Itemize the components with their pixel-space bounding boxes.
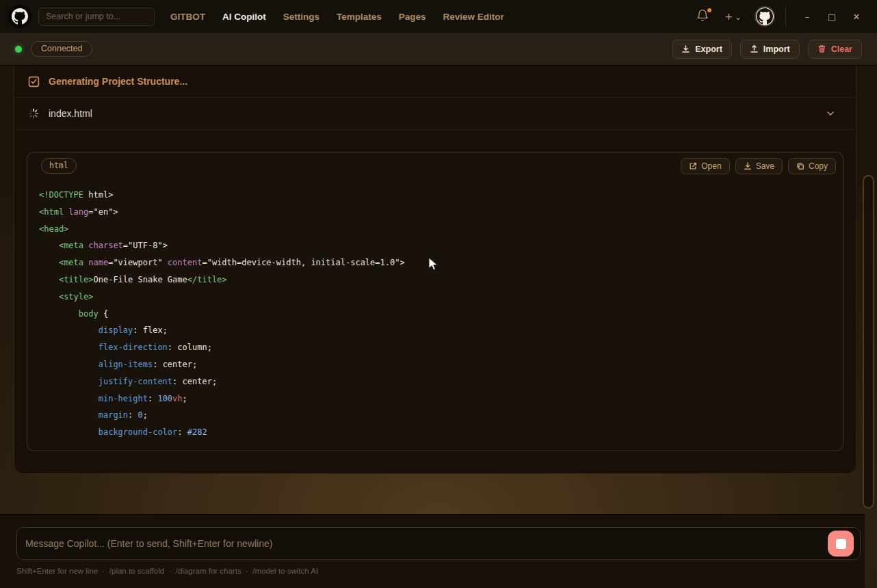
composer-bar: Shift+Enter for new line · /plan to scaf… bbox=[0, 514, 865, 588]
step-title: Generating Project Structure... bbox=[49, 76, 187, 87]
step-row[interactable]: Generating Project Structure... bbox=[14, 66, 856, 98]
create-new-button[interactable]: + ⌄ bbox=[725, 10, 742, 23]
code-card-header: html Open Save Copy bbox=[27, 152, 843, 180]
save-button-label: Save bbox=[756, 161, 774, 171]
code-line: <html lang="en"> bbox=[39, 204, 832, 221]
code-line: <title>One-File Snake Game</title> bbox=[39, 271, 832, 289]
copy-button-label: Copy bbox=[809, 161, 828, 171]
message-input[interactable] bbox=[16, 527, 861, 560]
window-minimize-button[interactable]: – bbox=[795, 5, 820, 28]
nav-item-review-editor[interactable]: Review Editor bbox=[443, 12, 504, 22]
open-button[interactable]: Open bbox=[681, 158, 729, 174]
toolbar-actions: Export Import Clear bbox=[672, 40, 862, 59]
save-button[interactable]: Save bbox=[735, 158, 783, 174]
trash-icon bbox=[817, 44, 826, 53]
plus-icon: + bbox=[725, 10, 733, 23]
copy-icon bbox=[796, 162, 804, 170]
file-row[interactable]: index.html bbox=[14, 98, 856, 130]
code-line: <meta name="viewport" content="width=dev… bbox=[39, 254, 832, 271]
window-close-button[interactable]: ✕ bbox=[844, 5, 869, 28]
clear-button-label: Clear bbox=[831, 44, 852, 54]
code-line: justify-content: center; bbox=[39, 373, 832, 390]
github-logo-icon[interactable] bbox=[8, 5, 31, 28]
header-divider bbox=[785, 7, 786, 26]
header-actions: + ⌄ – □ ✕ bbox=[696, 5, 869, 28]
import-button-label: Import bbox=[763, 44, 790, 54]
file-name: index.html bbox=[49, 108, 92, 119]
code-card: html Open Save Copy bbox=[27, 152, 843, 451]
code-line: margin: 0; bbox=[39, 407, 832, 424]
main-nav: GITBOTAI CopilotSettingsTemplatesPagesRe… bbox=[170, 12, 504, 22]
notifications-bell-icon[interactable] bbox=[696, 9, 711, 24]
nav-item-settings[interactable]: Settings bbox=[283, 12, 319, 22]
code-line: align-items: center; bbox=[39, 356, 832, 373]
open-button-label: Open bbox=[701, 161, 721, 171]
user-avatar[interactable] bbox=[755, 6, 775, 27]
notification-dot bbox=[707, 8, 711, 12]
copy-button[interactable]: Copy bbox=[788, 158, 836, 174]
code-line: min-height: 100vh; bbox=[39, 390, 832, 407]
shortcut-hints: Shift+Enter for new line · /plan to scaf… bbox=[16, 567, 865, 575]
window-maximize-button[interactable]: □ bbox=[820, 5, 844, 28]
download-icon bbox=[744, 162, 752, 170]
chat-panel: Generating Project Structure... index.ht… bbox=[14, 66, 856, 474]
spinner-icon bbox=[28, 108, 39, 119]
nav-item-ai-copilot[interactable]: AI Copilot bbox=[222, 12, 266, 22]
nav-item-pages[interactable]: Pages bbox=[399, 12, 426, 22]
chevron-down-icon: ⌄ bbox=[735, 13, 742, 21]
external-link-icon bbox=[689, 162, 697, 170]
code-line: <head> bbox=[39, 221, 832, 238]
code-section: html Open Save Copy bbox=[14, 130, 856, 451]
code-actions: Open Save Copy bbox=[681, 158, 836, 174]
stop-icon bbox=[836, 539, 846, 549]
chevron-down-icon[interactable] bbox=[826, 109, 835, 118]
nav-item-templates[interactable]: Templates bbox=[337, 12, 382, 22]
export-button-label: Export bbox=[695, 44, 722, 54]
code-line: <meta charset="UTF-8"> bbox=[39, 237, 832, 254]
clear-button[interactable]: Clear bbox=[808, 40, 862, 59]
scrollbar-thumb[interactable] bbox=[863, 175, 874, 509]
app-window: GITBOTAI CopilotSettingsTemplatesPagesRe… bbox=[0, 0, 877, 588]
status-badge: Connected bbox=[31, 41, 92, 57]
code-line: <style> bbox=[39, 289, 832, 306]
code-line: flex-direction: column; bbox=[39, 339, 832, 356]
export-button[interactable]: Export bbox=[672, 40, 732, 59]
stop-generation-button[interactable] bbox=[828, 531, 854, 557]
checkbox-checked-icon bbox=[28, 76, 40, 88]
connection-status-dot bbox=[15, 46, 22, 53]
import-button[interactable]: Import bbox=[740, 40, 800, 59]
code-line: <!DOCTYPE html> bbox=[39, 187, 832, 204]
code-line: body { bbox=[39, 306, 832, 323]
nav-item-gitbot[interactable]: GITBOT bbox=[170, 12, 205, 22]
header: GITBOTAI CopilotSettingsTemplatesPagesRe… bbox=[0, 0, 877, 33]
toolbar: Connected Export Import Clear bbox=[0, 33, 877, 66]
upload-icon bbox=[750, 44, 759, 53]
code-line: background-color: #282 bbox=[39, 424, 832, 441]
search-input[interactable] bbox=[38, 8, 155, 26]
code-block: <!DOCTYPE html><html lang="en"><head> <m… bbox=[27, 180, 843, 452]
download-icon bbox=[681, 44, 690, 53]
code-line: display: flex; bbox=[39, 322, 832, 339]
composer bbox=[16, 527, 861, 560]
language-badge: html bbox=[41, 158, 77, 174]
